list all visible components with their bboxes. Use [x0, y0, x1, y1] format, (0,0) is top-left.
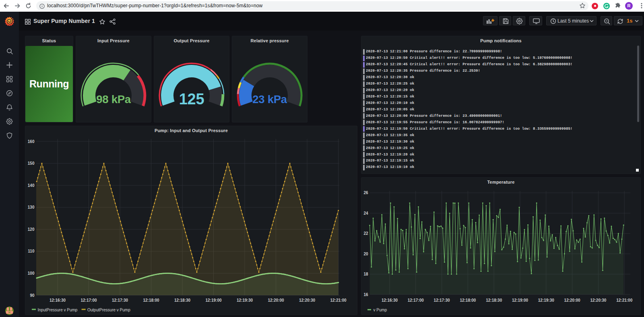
svg-text:12:18:00: 12:18:00 — [460, 298, 476, 302]
svg-text:130: 130 — [28, 205, 35, 209]
svg-text:20: 20 — [363, 252, 368, 256]
svg-text:110: 110 — [28, 249, 35, 253]
svg-text:100: 100 — [28, 271, 35, 276]
svg-text:12:17:30: 12:17:30 — [434, 298, 450, 302]
svg-text:140: 140 — [28, 183, 35, 188]
svg-text:12:19:00: 12:19:00 — [205, 298, 221, 302]
svg-text:12:17:00: 12:17:00 — [408, 298, 424, 302]
svg-text:12:19:30: 12:19:30 — [237, 298, 253, 302]
svg-text:12:18:30: 12:18:30 — [174, 298, 190, 302]
svg-text:12:17:30: 12:17:30 — [112, 298, 128, 302]
svg-text:150: 150 — [28, 161, 35, 166]
svg-text:90: 90 — [30, 293, 35, 298]
svg-text:InputPressure v Pump: InputPressure v Pump — [38, 308, 78, 312]
svg-text:16: 16 — [363, 292, 368, 297]
svg-text:23 kPa: 23 kPa — [252, 93, 287, 106]
svg-text:18: 18 — [363, 272, 368, 276]
svg-text:12:18:30: 12:18:30 — [486, 298, 502, 302]
svg-text:12:20:00: 12:20:00 — [564, 298, 580, 302]
svg-text:12:20:30: 12:20:30 — [299, 298, 315, 302]
svg-text:12:21:00: 12:21:00 — [330, 298, 346, 302]
svg-text:12:17:00: 12:17:00 — [80, 298, 97, 302]
svg-text:12:16:30: 12:16:30 — [50, 298, 66, 302]
svg-text:OutputPressure v Pump: OutputPressure v Pump — [87, 308, 130, 312]
svg-text:12:19:30: 12:19:30 — [538, 298, 554, 302]
svg-text:125: 125 — [179, 91, 204, 108]
svg-text:12:20:30: 12:20:30 — [590, 298, 606, 302]
svg-text:160: 160 — [28, 139, 35, 144]
svg-text:26: 26 — [363, 191, 368, 195]
svg-text:22: 22 — [363, 231, 368, 236]
svg-text:98 kPa: 98 kPa — [96, 93, 131, 106]
svg-text:12:20:00: 12:20:00 — [268, 298, 284, 302]
svg-text:v Pump: v Pump — [374, 308, 387, 312]
svg-text:24: 24 — [363, 211, 368, 215]
svg-text:12:19:00: 12:19:00 — [512, 298, 528, 302]
svg-text:120: 120 — [28, 227, 35, 232]
svg-text:12:16:30: 12:16:30 — [382, 298, 398, 302]
svg-text:12:18:00: 12:18:00 — [143, 298, 159, 302]
svg-text:12:21:00: 12:21:00 — [616, 298, 632, 302]
